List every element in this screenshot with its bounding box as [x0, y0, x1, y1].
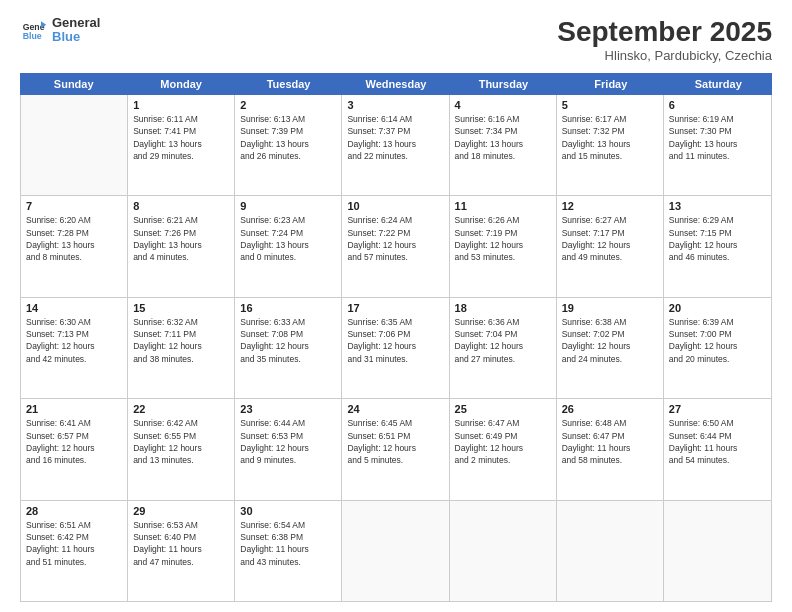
- day-number: 22: [133, 403, 229, 415]
- day-info: Sunrise: 6:35 AM Sunset: 7:06 PM Dayligh…: [347, 316, 443, 365]
- calendar-week-5: 28Sunrise: 6:51 AM Sunset: 6:42 PM Dayli…: [21, 501, 771, 601]
- calendar-cell: 18Sunrise: 6:36 AM Sunset: 7:04 PM Dayli…: [450, 298, 557, 398]
- calendar-cell: 20Sunrise: 6:39 AM Sunset: 7:00 PM Dayli…: [664, 298, 771, 398]
- day-info: Sunrise: 6:41 AM Sunset: 6:57 PM Dayligh…: [26, 417, 122, 466]
- calendar-cell: 12Sunrise: 6:27 AM Sunset: 7:17 PM Dayli…: [557, 196, 664, 296]
- logo-icon: Gene Blue: [20, 16, 48, 44]
- calendar-cell: 11Sunrise: 6:26 AM Sunset: 7:19 PM Dayli…: [450, 196, 557, 296]
- calendar-cell: 22Sunrise: 6:42 AM Sunset: 6:55 PM Dayli…: [128, 399, 235, 499]
- calendar-cell: 14Sunrise: 6:30 AM Sunset: 7:13 PM Dayli…: [21, 298, 128, 398]
- day-info: Sunrise: 6:23 AM Sunset: 7:24 PM Dayligh…: [240, 214, 336, 263]
- month-title: September 2025: [557, 16, 772, 48]
- svg-text:Blue: Blue: [23, 31, 42, 41]
- day-number: 19: [562, 302, 658, 314]
- day-info: Sunrise: 6:54 AM Sunset: 6:38 PM Dayligh…: [240, 519, 336, 568]
- day-number: 17: [347, 302, 443, 314]
- day-info: Sunrise: 6:33 AM Sunset: 7:08 PM Dayligh…: [240, 316, 336, 365]
- day-info: Sunrise: 6:17 AM Sunset: 7:32 PM Dayligh…: [562, 113, 658, 162]
- calendar-week-2: 7Sunrise: 6:20 AM Sunset: 7:28 PM Daylig…: [21, 196, 771, 297]
- day-number: 3: [347, 99, 443, 111]
- calendar-cell: 30Sunrise: 6:54 AM Sunset: 6:38 PM Dayli…: [235, 501, 342, 601]
- day-info: Sunrise: 6:44 AM Sunset: 6:53 PM Dayligh…: [240, 417, 336, 466]
- day-number: 16: [240, 302, 336, 314]
- calendar-cell: 5Sunrise: 6:17 AM Sunset: 7:32 PM Daylig…: [557, 95, 664, 195]
- day-info: Sunrise: 6:30 AM Sunset: 7:13 PM Dayligh…: [26, 316, 122, 365]
- day-number: 12: [562, 200, 658, 212]
- calendar-cell: 24Sunrise: 6:45 AM Sunset: 6:51 PM Dayli…: [342, 399, 449, 499]
- day-number: 5: [562, 99, 658, 111]
- day-number: 11: [455, 200, 551, 212]
- day-number: 25: [455, 403, 551, 415]
- day-number: 21: [26, 403, 122, 415]
- logo-line1: General: [52, 16, 100, 30]
- logo: Gene Blue General Blue: [20, 16, 100, 45]
- calendar-cell: 25Sunrise: 6:47 AM Sunset: 6:49 PM Dayli…: [450, 399, 557, 499]
- calendar-week-1: 1Sunrise: 6:11 AM Sunset: 7:41 PM Daylig…: [21, 95, 771, 196]
- day-info: Sunrise: 6:51 AM Sunset: 6:42 PM Dayligh…: [26, 519, 122, 568]
- header-day-sunday: Sunday: [20, 73, 127, 95]
- day-info: Sunrise: 6:21 AM Sunset: 7:26 PM Dayligh…: [133, 214, 229, 263]
- calendar-cell: 23Sunrise: 6:44 AM Sunset: 6:53 PM Dayli…: [235, 399, 342, 499]
- day-info: Sunrise: 6:45 AM Sunset: 6:51 PM Dayligh…: [347, 417, 443, 466]
- day-number: 15: [133, 302, 229, 314]
- calendar-cell: [21, 95, 128, 195]
- day-info: Sunrise: 6:38 AM Sunset: 7:02 PM Dayligh…: [562, 316, 658, 365]
- calendar-header: SundayMondayTuesdayWednesdayThursdayFrid…: [20, 73, 772, 95]
- calendar: SundayMondayTuesdayWednesdayThursdayFrid…: [20, 73, 772, 602]
- day-info: Sunrise: 6:27 AM Sunset: 7:17 PM Dayligh…: [562, 214, 658, 263]
- calendar-cell: 21Sunrise: 6:41 AM Sunset: 6:57 PM Dayli…: [21, 399, 128, 499]
- day-number: 8: [133, 200, 229, 212]
- day-number: 29: [133, 505, 229, 517]
- header-day-monday: Monday: [127, 73, 234, 95]
- day-info: Sunrise: 6:16 AM Sunset: 7:34 PM Dayligh…: [455, 113, 551, 162]
- day-info: Sunrise: 6:11 AM Sunset: 7:41 PM Dayligh…: [133, 113, 229, 162]
- day-number: 28: [26, 505, 122, 517]
- header-day-friday: Friday: [557, 73, 664, 95]
- calendar-cell: 19Sunrise: 6:38 AM Sunset: 7:02 PM Dayli…: [557, 298, 664, 398]
- day-info: Sunrise: 6:36 AM Sunset: 7:04 PM Dayligh…: [455, 316, 551, 365]
- calendar-cell: 13Sunrise: 6:29 AM Sunset: 7:15 PM Dayli…: [664, 196, 771, 296]
- calendar-cell: 10Sunrise: 6:24 AM Sunset: 7:22 PM Dayli…: [342, 196, 449, 296]
- calendar-cell: 16Sunrise: 6:33 AM Sunset: 7:08 PM Dayli…: [235, 298, 342, 398]
- calendar-cell: 3Sunrise: 6:14 AM Sunset: 7:37 PM Daylig…: [342, 95, 449, 195]
- calendar-cell: 4Sunrise: 6:16 AM Sunset: 7:34 PM Daylig…: [450, 95, 557, 195]
- calendar-cell: 2Sunrise: 6:13 AM Sunset: 7:39 PM Daylig…: [235, 95, 342, 195]
- day-number: 10: [347, 200, 443, 212]
- day-info: Sunrise: 6:48 AM Sunset: 6:47 PM Dayligh…: [562, 417, 658, 466]
- day-info: Sunrise: 6:32 AM Sunset: 7:11 PM Dayligh…: [133, 316, 229, 365]
- day-info: Sunrise: 6:14 AM Sunset: 7:37 PM Dayligh…: [347, 113, 443, 162]
- day-number: 27: [669, 403, 766, 415]
- day-number: 14: [26, 302, 122, 314]
- day-number: 7: [26, 200, 122, 212]
- calendar-cell: 26Sunrise: 6:48 AM Sunset: 6:47 PM Dayli…: [557, 399, 664, 499]
- calendar-body-wrapper: 1Sunrise: 6:11 AM Sunset: 7:41 PM Daylig…: [20, 95, 772, 602]
- calendar-cell: 6Sunrise: 6:19 AM Sunset: 7:30 PM Daylig…: [664, 95, 771, 195]
- calendar-cell: 28Sunrise: 6:51 AM Sunset: 6:42 PM Dayli…: [21, 501, 128, 601]
- calendar-cell: 17Sunrise: 6:35 AM Sunset: 7:06 PM Dayli…: [342, 298, 449, 398]
- calendar-week-4: 21Sunrise: 6:41 AM Sunset: 6:57 PM Dayli…: [21, 399, 771, 500]
- day-info: Sunrise: 6:47 AM Sunset: 6:49 PM Dayligh…: [455, 417, 551, 466]
- calendar-cell: 1Sunrise: 6:11 AM Sunset: 7:41 PM Daylig…: [128, 95, 235, 195]
- day-info: Sunrise: 6:29 AM Sunset: 7:15 PM Dayligh…: [669, 214, 766, 263]
- header-day-wednesday: Wednesday: [342, 73, 449, 95]
- calendar-cell: 9Sunrise: 6:23 AM Sunset: 7:24 PM Daylig…: [235, 196, 342, 296]
- calendar-cell: 8Sunrise: 6:21 AM Sunset: 7:26 PM Daylig…: [128, 196, 235, 296]
- day-info: Sunrise: 6:42 AM Sunset: 6:55 PM Dayligh…: [133, 417, 229, 466]
- page: Gene Blue General Blue September 2025 Hl…: [0, 0, 792, 612]
- calendar-week-3: 14Sunrise: 6:30 AM Sunset: 7:13 PM Dayli…: [21, 298, 771, 399]
- day-info: Sunrise: 6:20 AM Sunset: 7:28 PM Dayligh…: [26, 214, 122, 263]
- day-number: 26: [562, 403, 658, 415]
- day-number: 13: [669, 200, 766, 212]
- day-info: Sunrise: 6:39 AM Sunset: 7:00 PM Dayligh…: [669, 316, 766, 365]
- day-number: 4: [455, 99, 551, 111]
- day-number: 1: [133, 99, 229, 111]
- calendar-cell: 15Sunrise: 6:32 AM Sunset: 7:11 PM Dayli…: [128, 298, 235, 398]
- logo-text: General Blue: [52, 16, 100, 45]
- header-day-tuesday: Tuesday: [235, 73, 342, 95]
- calendar-cell: [557, 501, 664, 601]
- header: Gene Blue General Blue September 2025 Hl…: [20, 16, 772, 63]
- title-block: September 2025 Hlinsko, Pardubicky, Czec…: [557, 16, 772, 63]
- day-number: 6: [669, 99, 766, 111]
- calendar-cell: 7Sunrise: 6:20 AM Sunset: 7:28 PM Daylig…: [21, 196, 128, 296]
- calendar-cell: [342, 501, 449, 601]
